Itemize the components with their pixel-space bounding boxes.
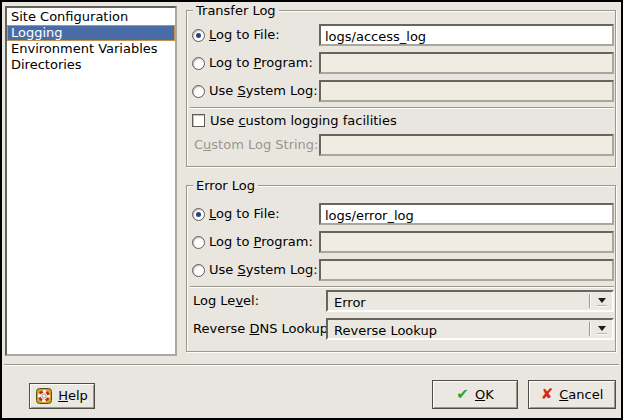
ok-button[interactable]: ✔ OK bbox=[432, 380, 518, 409]
error-log-to-file-radio[interactable] bbox=[192, 208, 205, 221]
ok-button-label: OK bbox=[475, 387, 494, 403]
error-log-separator bbox=[190, 286, 614, 288]
error-log-to-program-radio[interactable] bbox=[192, 236, 205, 249]
error-log-program-input bbox=[319, 231, 614, 253]
logging-settings-window: Site Configuration Logging Environment V… bbox=[0, 0, 623, 420]
reverse-dns-label: Reverse DNS Lookup: bbox=[193, 321, 332, 337]
transfer-log-to-program-radio[interactable] bbox=[192, 57, 205, 70]
transfer-use-system-log-label[interactable]: Use System Log: bbox=[209, 83, 318, 99]
error-log-legend: Error Log bbox=[193, 178, 258, 193]
chevron-down-icon bbox=[598, 326, 606, 331]
chevron-down-icon bbox=[598, 298, 606, 303]
help-button[interactable]: Help bbox=[29, 383, 95, 409]
error-use-system-log-radio[interactable] bbox=[192, 264, 205, 277]
error-log-to-program-label[interactable]: Log to Program: bbox=[209, 234, 313, 250]
transfer-log-to-program-label[interactable]: Log to Program: bbox=[209, 55, 313, 71]
transfer-system-log-input bbox=[319, 80, 614, 102]
custom-logging-checkbox-label[interactable]: Use custom logging facilities bbox=[210, 113, 397, 129]
dropdown-groove bbox=[589, 322, 591, 336]
sidebar-item-environment-variables[interactable]: Environment Variables bbox=[7, 41, 175, 57]
transfer-log-file-input[interactable]: logs/access_log bbox=[319, 24, 614, 46]
dropdown-dash bbox=[597, 305, 607, 307]
error-log-to-file-label[interactable]: Log to File: bbox=[209, 206, 280, 222]
error-system-log-input bbox=[319, 259, 614, 281]
transfer-log-separator bbox=[190, 107, 614, 109]
error-log-file-input[interactable]: logs/error_log bbox=[319, 203, 614, 225]
reverse-dns-dropdown[interactable]: Reverse Lookup bbox=[326, 318, 614, 340]
help-button-label: Help bbox=[58, 388, 88, 404]
sidebar-item-directories[interactable]: Directories bbox=[7, 57, 175, 73]
dropdown-groove bbox=[589, 294, 591, 308]
dropdown-dash bbox=[597, 333, 607, 335]
custom-log-string-label: Custom Log String: bbox=[194, 137, 318, 153]
custom-logging-checkbox[interactable] bbox=[192, 114, 205, 127]
error-use-system-log-label[interactable]: Use System Log: bbox=[209, 262, 318, 278]
transfer-log-to-file-radio[interactable] bbox=[192, 29, 205, 42]
category-list: Site Configuration Logging Environment V… bbox=[5, 6, 177, 356]
check-icon: ✔ bbox=[456, 387, 469, 402]
action-area-separator bbox=[4, 364, 619, 366]
log-level-label: Log Level: bbox=[193, 293, 259, 309]
transfer-use-system-log-radio[interactable] bbox=[192, 85, 205, 98]
cancel-button[interactable]: ✘ Cancel bbox=[528, 380, 616, 409]
custom-log-string-input bbox=[319, 134, 614, 156]
x-icon: ✘ bbox=[541, 387, 554, 402]
life-buoy-icon bbox=[36, 388, 52, 404]
transfer-log-legend: Transfer Log bbox=[193, 3, 279, 18]
transfer-log-program-input bbox=[319, 52, 614, 74]
cancel-button-label: Cancel bbox=[559, 387, 603, 403]
transfer-log-to-file-label[interactable]: Log to File: bbox=[209, 27, 280, 43]
log-level-dropdown[interactable]: Error bbox=[326, 290, 614, 312]
sidebar-item-site-configuration[interactable]: Site Configuration bbox=[7, 9, 175, 25]
sidebar-item-logging[interactable]: Logging bbox=[7, 25, 175, 41]
